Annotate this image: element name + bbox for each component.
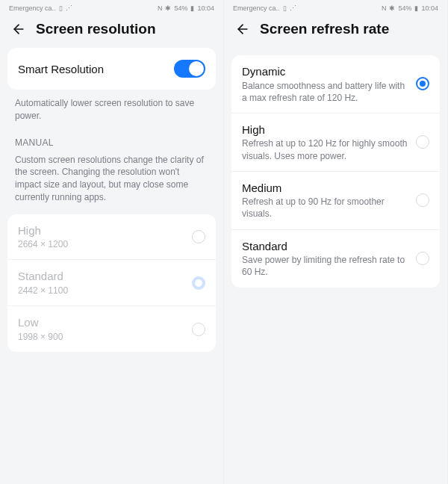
battery-percent: 54% [398, 4, 411, 12]
radio-icon [192, 230, 205, 243]
smart-resolution-toggle-row[interactable]: Smart Resolution [7, 48, 216, 90]
option-title: Medium [242, 181, 408, 196]
resolution-options-card: High 2664 × 1200 Standard 2442 × 1100 Lo… [7, 214, 216, 352]
switch-knob [189, 61, 204, 76]
option-sub: 2664 × 1200 [18, 238, 184, 250]
sim-icon: ▯ [59, 4, 63, 12]
option-title: High [242, 122, 408, 137]
option-title: Standard [18, 269, 184, 284]
option-title: Standard [242, 239, 408, 254]
option-sub: 2442 × 1100 [18, 285, 184, 297]
back-button[interactable] [10, 21, 27, 37]
refresh-option-dynamic[interactable]: Dynamic Balance smoothness and battery l… [231, 55, 440, 114]
radio-icon-selected [416, 77, 429, 90]
radio-icon [416, 193, 429, 207]
smart-resolution-card: Smart Resolution [7, 48, 216, 90]
smart-resolution-label: Smart Resolution [18, 63, 104, 75]
radio-icon [416, 135, 429, 149]
screen-resolution-panel: Emergency ca.. ▯ ⋰ N ✱ 54% ▮ 10:04 Scree… [0, 0, 224, 484]
clock: 10:04 [421, 4, 438, 12]
radio-icon [192, 323, 205, 336]
page-title: Screen resolution [36, 21, 156, 37]
back-button[interactable] [234, 21, 251, 37]
battery-percent: 54% [174, 4, 187, 12]
manual-heading: MANUAL [0, 125, 223, 151]
option-sub: Refresh at up to 90 Hz for smoother visu… [242, 196, 408, 220]
wifi-icon: ⋰ [290, 4, 296, 12]
resolution-option-standard[interactable]: Standard 2442 × 1100 [7, 260, 216, 306]
status-network: Emergency ca.. [9, 4, 56, 12]
wifi-icon: ⋰ [66, 4, 72, 12]
refresh-options-card: Dynamic Balance smoothness and battery l… [231, 55, 440, 288]
smart-resolution-desc: Automatically lower screen resolution to… [0, 90, 223, 125]
status-bar: Emergency ca.. ▯ ⋰ N ✱ 54% ▮ 10:04 [224, 0, 447, 16]
refresh-option-standard[interactable]: Standard Save power by limiting the refr… [231, 230, 440, 288]
sim-icon: ▯ [283, 4, 287, 12]
option-title: High [18, 223, 184, 238]
screen-refresh-panel: Emergency ca.. ▯ ⋰ N ✱ 54% ▮ 10:04 Scree… [224, 0, 448, 484]
bluetooth-icon: ✱ [165, 4, 171, 12]
radio-icon-selected [192, 276, 205, 290]
resolution-option-low[interactable]: Low 1998 × 900 [7, 306, 216, 352]
page-title: Screen refresh rate [260, 21, 389, 37]
title-bar: Screen resolution [0, 16, 223, 48]
battery-icon: ▮ [190, 4, 194, 12]
refresh-option-high[interactable]: High Refresh at up to 120 Hz for highly … [231, 114, 440, 172]
status-network: Emergency ca.. [233, 4, 280, 12]
bluetooth-icon: ✱ [389, 4, 395, 12]
title-bar: Screen refresh rate [224, 16, 447, 48]
status-bar: Emergency ca.. ▯ ⋰ N ✱ 54% ▮ 10:04 [0, 0, 223, 16]
radio-icon [416, 252, 429, 265]
refresh-option-medium[interactable]: Medium Refresh at up to 90 Hz for smooth… [231, 172, 440, 230]
resolution-option-high[interactable]: High 2664 × 1200 [7, 214, 216, 261]
option-sub: 1998 × 900 [18, 331, 184, 343]
option-sub: Refresh at up to 120 Hz for highly smoot… [242, 137, 408, 161]
battery-icon: ▮ [414, 4, 418, 12]
nfc-icon: N [158, 4, 163, 12]
option-sub: Save power by limiting the refresh rate … [242, 254, 408, 278]
option-title: Dynamic [242, 64, 408, 79]
option-title: Low [18, 315, 184, 330]
manual-desc: Custom screen resolutions change the cla… [0, 151, 223, 207]
clock: 10:04 [197, 4, 214, 12]
nfc-icon: N [382, 4, 387, 12]
smart-resolution-switch[interactable] [174, 60, 205, 78]
option-sub: Balance smoothness and battery life with… [242, 80, 408, 104]
